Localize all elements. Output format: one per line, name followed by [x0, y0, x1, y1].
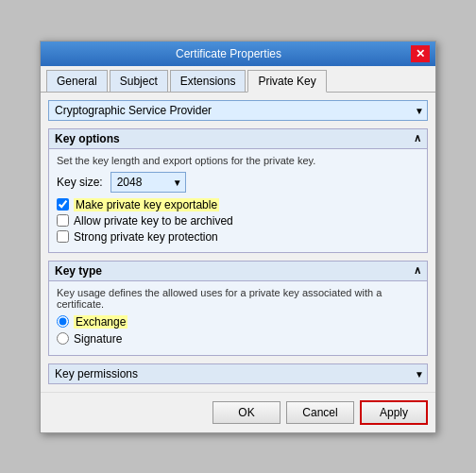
tabs-bar: General Subject Extensions Private Key — [41, 66, 435, 93]
checkbox-exportable[interactable] — [57, 198, 69, 211]
csp-dropdown-container: Cryptographic Service Provider ▼ — [48, 100, 428, 121]
dialog-content: Cryptographic Service Provider ▼ Key opt… — [41, 93, 435, 392]
radio-exchange-row: Exchange — [57, 315, 419, 329]
cancel-button[interactable]: Cancel — [286, 401, 354, 424]
key-type-section: Key type ∧ Key usage defines the allowed… — [48, 261, 428, 356]
key-size-dropdown-container: 2048 512 1024 4096 ▼ — [110, 172, 186, 193]
key-options-header: Key options ∧ — [49, 129, 427, 149]
dialog-title: Certificate Properties — [46, 47, 411, 60]
key-type-description: Key usage defines the allowed uses for a… — [57, 287, 419, 310]
radio-signature-row: Signature — [57, 332, 419, 346]
key-permissions-dropdown-container: Key permissions ▼ — [48, 363, 428, 384]
key-type-header: Key type ∧ — [49, 262, 427, 281]
checkbox-archive-row: Allow private key to be archived — [57, 214, 419, 228]
button-row: OK Cancel Apply — [41, 392, 435, 432]
csp-select[interactable]: Cryptographic Service Provider — [48, 100, 428, 121]
close-button[interactable]: ✕ — [411, 45, 430, 62]
ok-button[interactable]: OK — [212, 401, 280, 424]
radio-signature[interactable] — [57, 332, 69, 345]
tab-subject[interactable]: Subject — [110, 70, 168, 92]
radio-signature-label: Signature — [74, 332, 122, 346]
checkbox-protection-label: Strong private key protection — [74, 230, 218, 244]
key-options-title: Key options — [55, 132, 120, 145]
checkbox-archive[interactable] — [57, 214, 69, 227]
checkbox-exportable-label[interactable]: Make private key exportable — [74, 198, 219, 211]
key-size-label: Key size: — [57, 176, 103, 189]
key-options-section: Key options ∧ Set the key length and exp… — [48, 128, 428, 253]
key-options-chevron[interactable]: ∧ — [414, 132, 421, 144]
checkbox-protection[interactable] — [57, 230, 69, 243]
key-type-title: Key type — [55, 264, 102, 278]
tab-general[interactable]: General — [46, 70, 108, 92]
key-options-content: Set the key length and export options fo… — [49, 149, 427, 252]
tab-private-key[interactable]: Private Key — [247, 70, 326, 93]
key-permissions-select[interactable]: Key permissions — [48, 363, 428, 384]
radio-exchange[interactable] — [57, 315, 69, 328]
key-options-description: Set the key length and export options fo… — [57, 155, 419, 166]
key-size-select[interactable]: 2048 512 1024 4096 — [110, 172, 186, 193]
csp-dropdown-row: Cryptographic Service Provider ▼ — [48, 100, 428, 121]
radio-exchange-label[interactable]: Exchange — [74, 315, 128, 329]
certificate-properties-dialog: Certificate Properties ✕ General Subject… — [40, 41, 436, 433]
apply-button[interactable]: Apply — [360, 400, 428, 425]
checkbox-archive-label: Allow private key to be archived — [74, 214, 233, 228]
key-size-row: Key size: 2048 512 1024 4096 ▼ — [57, 172, 419, 193]
checkbox-protection-row: Strong private key protection — [57, 230, 419, 244]
title-bar: Certificate Properties ✕ — [41, 42, 435, 66]
tab-extensions[interactable]: Extensions — [170, 70, 246, 92]
key-type-content: Key usage defines the allowed uses for a… — [49, 281, 427, 355]
checkbox-exportable-row: Make private key exportable — [57, 198, 419, 211]
key-type-chevron[interactable]: ∧ — [414, 264, 421, 277]
